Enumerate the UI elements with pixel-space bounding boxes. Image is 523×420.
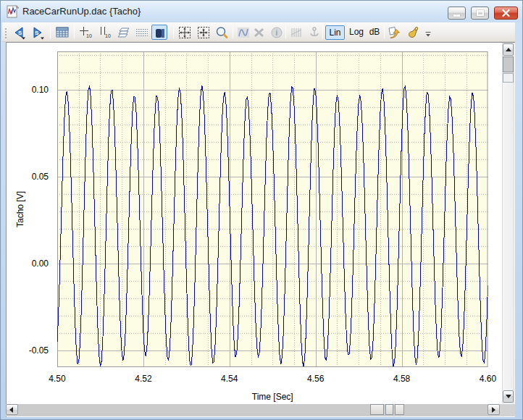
interpolate-wave-icon xyxy=(236,25,251,40)
scroll-left-button[interactable] xyxy=(6,404,18,415)
svg-text:S: S xyxy=(35,30,39,36)
filter-comb-icon xyxy=(289,25,304,40)
vertical-scrollbar-thumb-extension[interactable] xyxy=(503,73,514,83)
horizontal-scrollbar-thumb[interactable] xyxy=(385,404,393,415)
zoom-expand-icon xyxy=(177,25,192,40)
export-icon xyxy=(387,25,401,40)
scroll-right-button[interactable] xyxy=(488,404,500,415)
cursor-lines-10-button[interactable]: 10 xyxy=(96,25,112,40)
anchor-cursor-button[interactable] xyxy=(306,25,322,40)
x-tick-label: 4.58 xyxy=(393,374,411,384)
info-icon: i xyxy=(269,25,284,40)
sound-icon xyxy=(406,25,420,40)
plot-area[interactable]: -0.050.000.050.104.504.524.544.564.584.6… xyxy=(7,43,502,404)
zoom-shrink-icon xyxy=(196,25,211,40)
minimize-button[interactable] xyxy=(448,7,466,20)
window-title: RaceCarRunUp.dac {Tacho} xyxy=(22,6,141,17)
svg-text:S: S xyxy=(18,30,22,36)
scroll-up-button[interactable] xyxy=(503,43,514,56)
prev-record-icon: S xyxy=(12,25,26,40)
y-tick-label: 0.05 xyxy=(32,172,49,182)
x-tick-label: 4.60 xyxy=(480,374,497,384)
svg-text:10: 10 xyxy=(86,33,92,38)
toolbar: S S 10 xyxy=(2,22,515,42)
maximize-icon xyxy=(477,10,484,16)
filter-comb-button[interactable] xyxy=(288,25,304,40)
x-axis-title: Time [Sec] xyxy=(252,392,293,402)
zoom-expand-button[interactable] xyxy=(177,25,193,40)
next-record-icon: S xyxy=(30,25,45,40)
maximize-button[interactable] xyxy=(471,7,489,20)
waveform-display-icon xyxy=(153,26,167,41)
svg-text:10: 10 xyxy=(105,33,111,38)
cursor-crosshair-10-button[interactable]: 10 xyxy=(78,25,93,40)
y-axis-title: Tacho [V] xyxy=(15,191,25,227)
horizontal-scrollbar-thumb[interactable] xyxy=(395,404,404,415)
app-window: RaceCarRunUp.dac {Tacho} S S xyxy=(0,0,523,420)
scrollbar-corner xyxy=(500,404,515,416)
close-button[interactable] xyxy=(494,7,518,20)
dotted-grid-icon xyxy=(135,25,149,40)
x-tick-label: 4.54 xyxy=(221,374,238,384)
db-button[interactable]: dB xyxy=(367,25,382,40)
export-button[interactable] xyxy=(386,25,402,40)
lin-button[interactable]: Lin xyxy=(325,25,345,40)
minimize-icon xyxy=(453,14,460,17)
zoom-shrink-button[interactable] xyxy=(196,25,212,40)
toolbar-grip[interactable] xyxy=(5,27,7,38)
y-tick-label: 0.10 xyxy=(32,85,49,95)
x-tick-label: 4.50 xyxy=(49,374,66,384)
plot-background xyxy=(57,51,488,367)
cursor-crosshair-10-icon: 10 xyxy=(78,25,93,40)
waveform-display-button[interactable] xyxy=(151,25,167,40)
svg-text:i: i xyxy=(276,29,278,37)
next-record-button[interactable]: S xyxy=(30,25,46,40)
y-tick-label: -0.05 xyxy=(29,345,49,356)
close-icon xyxy=(495,7,517,19)
cursor-lines-10-icon: 10 xyxy=(97,25,112,40)
anchor-cursor-icon xyxy=(307,25,322,40)
app-icon xyxy=(7,5,20,18)
magnifier-button[interactable] xyxy=(214,25,230,40)
data-table-icon xyxy=(55,25,70,40)
toolbar-overflow-button[interactable] xyxy=(424,31,432,38)
vertical-scrollbar[interactable] xyxy=(502,43,514,403)
vertical-scrollbar-thumb[interactable] xyxy=(503,56,514,72)
overlay-pages-button[interactable] xyxy=(115,25,131,40)
x-tick-label: 4.52 xyxy=(135,374,152,384)
magnifier-icon xyxy=(214,25,229,40)
info-button[interactable]: i xyxy=(269,25,285,40)
log-button[interactable]: Log xyxy=(347,25,366,40)
delete-icon xyxy=(252,25,267,40)
data-table-button[interactable] xyxy=(54,25,70,40)
overlay-pages-icon xyxy=(116,25,130,40)
horizontal-scrollbar[interactable] xyxy=(6,404,500,416)
sound-button[interactable] xyxy=(405,25,421,40)
prev-record-button[interactable]: S xyxy=(11,25,27,40)
x-tick-label: 4.56 xyxy=(307,374,325,384)
dotted-grid-button[interactable] xyxy=(134,25,150,40)
delete-button[interactable] xyxy=(251,25,267,40)
y-tick-label: 0.00 xyxy=(32,259,49,269)
title-bar[interactable]: RaceCarRunUp.dac {Tacho} xyxy=(1,1,522,22)
horizontal-scrollbar-thumb[interactable] xyxy=(370,404,384,415)
interpolate-wave-button[interactable] xyxy=(235,25,251,40)
scroll-down-button[interactable] xyxy=(503,390,514,403)
